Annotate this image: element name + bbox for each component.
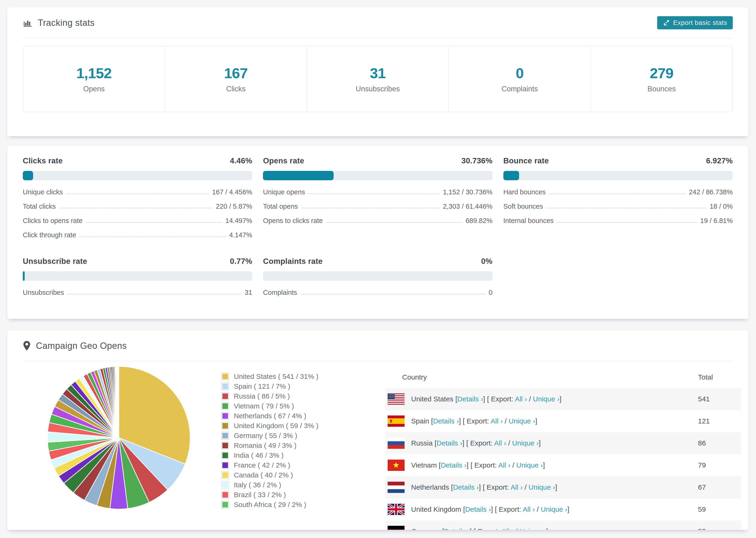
detail-row: Total clicks 220 / 5.87%: [23, 199, 252, 214]
details-link[interactable]: Details ›: [458, 395, 483, 403]
progress-track: [263, 271, 492, 281]
detail-row: Soft bounces 18 / 0%: [503, 199, 733, 214]
detail-row: Complaints 0: [263, 286, 492, 300]
detail-row: Click through rate 4.147%: [23, 228, 252, 242]
details-link[interactable]: Details ›: [453, 483, 479, 491]
table-row: Spain [Details ›] [ Export: All › / Uniq…: [385, 410, 741, 432]
legend-swatch: [221, 491, 229, 499]
legend-label: Russia ( 86 / 5% ): [234, 392, 290, 400]
legend-item: France ( 42 / 2% ): [221, 460, 371, 470]
detail-label: Unique clicks: [23, 188, 63, 196]
legend-item: Russia ( 86 / 5% ): [221, 391, 371, 401]
country-flag-icon: [388, 526, 405, 530]
legend-swatch: [221, 382, 229, 390]
export-all-link[interactable]: All ›: [498, 461, 511, 469]
geo-opens-pie-chart: [46, 365, 191, 510]
total-value: 79: [698, 461, 706, 469]
country-name: Spain: [411, 417, 429, 425]
export-all-link[interactable]: All ›: [502, 527, 514, 530]
detail-value: 31: [244, 289, 252, 296]
dotted-leader: [66, 193, 209, 194]
tracking-stats-title: Tracking stats: [23, 18, 95, 28]
country-flag-icon: [388, 438, 405, 449]
geo-title-wrap: Campaign Geo Opens: [23, 341, 127, 351]
tracking-stats-header: Tracking stats Export basic stats: [7, 7, 748, 38]
stat-box: 31 Unsubscribes: [307, 46, 449, 112]
table-row: Netherlands [Details ›] [ Export: All › …: [385, 476, 741, 498]
legend-label: United Kingdom ( 59 / 3% ): [234, 422, 318, 430]
progress-fill: [23, 271, 25, 281]
legend-label: Spain ( 121 / 7% ): [234, 382, 290, 390]
legend-swatch: [221, 461, 229, 469]
legend-swatch: [221, 452, 229, 459]
dotted-leader: [546, 208, 706, 208]
export-unique-link[interactable]: Unique ›: [528, 483, 555, 491]
country-name: Russia: [411, 439, 433, 447]
column-header-country: Country: [402, 373, 427, 381]
rate-block: Complaints rate 0% Complaints 0: [263, 257, 492, 300]
rate-rows: Complaints 0: [263, 286, 492, 300]
table-row: United States [Details ›] [ Export: All …: [385, 388, 741, 410]
rate-rows: Hard bounces 242 / 86.738% Soft bounces …: [503, 185, 733, 228]
bar-chart-icon: [23, 18, 33, 28]
stat-label: Bounces: [648, 85, 676, 93]
rate-rows: Unique clicks 167 / 4.456% Total clicks …: [23, 185, 252, 242]
pie-slice: [119, 366, 119, 438]
export-all-link[interactable]: All ›: [511, 483, 523, 491]
table-row: Russia [Details ›] [ Export: All › / Uni…: [385, 432, 741, 454]
legend-label: South Africa ( 29 / 2% ): [234, 501, 306, 509]
legend-item: India ( 46 / 3% ): [221, 451, 371, 460]
export-unique-link[interactable]: Unique ›: [509, 417, 535, 425]
legend-label: Vietnam ( 79 / 5% ): [234, 402, 294, 410]
detail-label: Unsubscribes: [23, 289, 64, 296]
rate-title: Clicks rate: [23, 156, 63, 165]
rates-card: Clicks rate 4.46% Unique clicks 167 / 4.…: [7, 145, 748, 319]
export-basic-stats-button[interactable]: Export basic stats: [657, 16, 733, 29]
map-pin-icon: [23, 341, 31, 351]
detail-value: 4.147%: [229, 231, 252, 239]
export-all-link[interactable]: All ›: [523, 506, 535, 513]
export-unique-link[interactable]: Unique ›: [516, 461, 543, 469]
column-header-total: Total: [698, 373, 713, 381]
export-unique-link[interactable]: Unique ›: [541, 506, 567, 513]
geo-table: Country Total United States [Details ›] …: [385, 366, 741, 530]
details-link[interactable]: Details ›: [436, 439, 462, 447]
legend-item: Spain ( 121 / 7% ): [221, 381, 371, 391]
legend-label: France ( 42 / 2% ): [234, 461, 290, 469]
legend-item: Vietnam ( 79 / 5% ): [221, 401, 371, 411]
details-link[interactable]: Details ›: [465, 506, 491, 513]
legend-swatch: [221, 422, 229, 430]
detail-label: Clicks to opens rate: [23, 217, 82, 225]
progress-track: [23, 171, 252, 180]
rate-title: Bounce rate: [503, 156, 549, 165]
legend-swatch: [221, 432, 229, 440]
total-value: 86: [698, 439, 706, 447]
export-unique-link[interactable]: Unique ›: [519, 527, 546, 530]
stat-value: 1,152: [76, 65, 112, 81]
legend-swatch: [221, 402, 229, 410]
progress-track: [263, 171, 492, 180]
legend-item: Germany ( 55 / 3% ): [221, 431, 371, 441]
details-link[interactable]: Details ›: [433, 417, 459, 425]
export-unique-link[interactable]: Unique ›: [533, 395, 560, 403]
export-unique-link[interactable]: Unique ›: [512, 439, 539, 447]
stat-label: Clicks: [226, 85, 245, 93]
geo-table-body: United States [Details ›] [ Export: All …: [385, 388, 741, 530]
legend-label: Italy ( 36 / 2% ): [234, 481, 281, 489]
stat-box: 1,152 Opens: [23, 46, 165, 112]
legend-item: Brazil ( 33 / 2% ): [221, 490, 371, 500]
details-link[interactable]: Details ›: [444, 527, 470, 530]
stat-value: 167: [224, 65, 247, 81]
detail-label: Soft bounces: [503, 202, 543, 210]
export-all-link[interactable]: All ›: [494, 439, 507, 447]
export-all-link[interactable]: All ›: [491, 417, 503, 425]
legend-label: Germany ( 55 / 3% ): [234, 432, 297, 440]
legend-swatch: [221, 392, 229, 400]
detail-value: 14.497%: [225, 217, 252, 225]
details-link[interactable]: Details ›: [441, 461, 466, 469]
export-all-link[interactable]: All ›: [515, 395, 527, 403]
rate-block: Unsubscribe rate 0.77% Unsubscribes 31: [23, 257, 252, 300]
detail-value: 220 / 5.87%: [216, 202, 252, 210]
total-value: 121: [698, 417, 710, 425]
detail-value: 0: [489, 289, 493, 296]
